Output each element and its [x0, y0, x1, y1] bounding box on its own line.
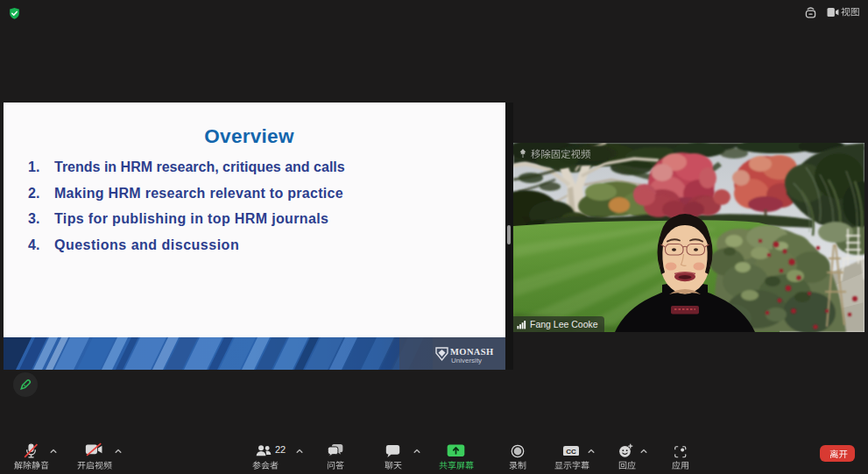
svg-text:CC: CC	[566, 447, 576, 455]
svg-text:University: University	[451, 357, 482, 364]
svg-text:MONASH: MONASH	[450, 347, 494, 357]
